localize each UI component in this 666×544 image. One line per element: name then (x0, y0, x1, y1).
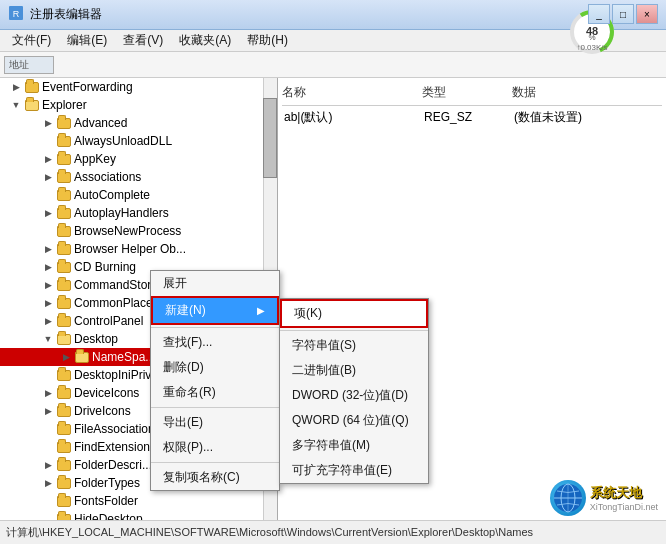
folder-icon (24, 80, 40, 94)
expand-icon: ▶ (40, 259, 56, 275)
expand-icon: ▶ (40, 115, 56, 131)
expand-icon: ▶ (40, 169, 56, 185)
expand-icon: ▼ (40, 331, 56, 347)
folder-icon (56, 494, 72, 508)
tree-label: AutoComplete (74, 188, 150, 202)
sub-ctx-multistring[interactable]: 多字符串值(M) (280, 433, 428, 458)
ctx-separator-1 (151, 327, 279, 328)
tree-item-appkey[interactable]: ▶ AppKey (0, 150, 277, 168)
ctx-delete[interactable]: 删除(D) (151, 355, 279, 380)
close-button[interactable]: × (636, 4, 658, 24)
tree-item-browsenewprocess[interactable]: ▶ BrowseNewProcess (0, 222, 277, 240)
tree-label: AppKey (74, 152, 116, 166)
expand-icon: ▶ (40, 457, 56, 473)
sub-ctx-string[interactable]: 字符串值(S) (280, 333, 428, 358)
menu-file[interactable]: 文件(F) (4, 30, 59, 51)
folder-icon (56, 134, 72, 148)
ctx-new[interactable]: 新建(N) ▶ (151, 296, 279, 325)
address-bar[interactable]: 地址 (4, 56, 54, 74)
sub-ctx-qword[interactable]: QWORD (64 位)值(Q) (280, 408, 428, 433)
tree-item-hidedesktop[interactable]: ▶ HideDesktop... (0, 510, 277, 520)
tree-item-autocomplete[interactable]: ▶ AutoComplete (0, 186, 277, 204)
tree-label: NameSpa... (92, 350, 155, 364)
tree-item-explorer[interactable]: ▼ Explorer (0, 96, 277, 114)
menu-view[interactable]: 查看(V) (115, 30, 171, 51)
watermark: 系统天地 XiTongTianDi.net (550, 480, 658, 516)
folder-icon (56, 152, 72, 166)
expand-icon: ▶ (8, 79, 24, 95)
status-bar: 计算机\HKEY_LOCAL_MACHINE\SOFTWARE\Microsof… (0, 520, 666, 544)
watermark-sub-text: XiTongTianDi.net (590, 502, 658, 512)
ctx-permissions[interactable]: 权限(P)... (151, 435, 279, 460)
tree-label: EventForwarding (42, 80, 133, 94)
tree-label: Browser Helper Ob... (74, 242, 186, 256)
tree-label: Desktop (74, 332, 118, 346)
tree-label: FolderDescri... (74, 458, 152, 472)
tree-item-fontsfolder[interactable]: ▶ FontsFolder (0, 492, 277, 510)
scrollbar-thumb[interactable] (263, 98, 277, 178)
expand-icon: ▶ (40, 277, 56, 293)
ctx-separator-2 (151, 407, 279, 408)
cpu-delta: ↑0.03K/s (576, 43, 607, 52)
tree-item-autoplayhandlers[interactable]: ▶ AutoplayHandlers (0, 204, 277, 222)
tree-item-alwaysunloaddll[interactable]: ▶ AlwaysUnloadDLL (0, 132, 277, 150)
sub-ctx-expandstring[interactable]: 可扩充字符串值(E) (280, 458, 428, 483)
expand-icon: ▶ (40, 205, 56, 221)
folder-icon (56, 386, 72, 400)
tree-item-browserhelperob[interactable]: ▶ Browser Helper Ob... (0, 240, 277, 258)
tree-label: BrowseNewProcess (74, 224, 181, 238)
expand-icon: ▼ (8, 97, 24, 113)
menu-edit[interactable]: 编辑(E) (59, 30, 115, 51)
tree-label: HideDesktop... (74, 512, 153, 520)
tree-label: CommandStore (74, 278, 158, 292)
title-bar-icon: R (8, 5, 24, 24)
tree-item-eventforwarding[interactable]: ▶ EventForwarding (0, 78, 277, 96)
folder-icon (56, 170, 72, 184)
folder-icon (56, 242, 72, 256)
sub-ctx-dword[interactable]: DWORD (32-位)值(D) (280, 383, 428, 408)
sub-ctx-binary[interactable]: 二进制值(B) (280, 358, 428, 383)
tree-label: AutoplayHandlers (74, 206, 169, 220)
ctx-export[interactable]: 导出(E) (151, 410, 279, 435)
tree-label: Advanced (74, 116, 127, 130)
window-controls: _ □ × (588, 4, 658, 24)
cell-type: REG_SZ (424, 110, 514, 124)
folder-icon (56, 422, 72, 436)
context-menu: 展开 新建(N) ▶ 查找(F)... 删除(D) 重命名(R) 导出(E) 权… (150, 270, 280, 491)
tree-item-associations[interactable]: ▶ Associations (0, 168, 277, 186)
watermark-main-text: 系统天地 (590, 484, 658, 502)
tree-label: CommonPlaces (74, 296, 159, 310)
menu-favorites[interactable]: 收藏夹(A) (171, 30, 239, 51)
registry-row[interactable]: ab|(默认) REG_SZ (数值未设置) (282, 108, 662, 126)
col-header-name: 名称 (282, 84, 422, 101)
tree-label: CD Burning (74, 260, 136, 274)
folder-icon (56, 458, 72, 472)
sub-context-menu: 项(K) 字符串值(S) 二进制值(B) DWORD (32-位)值(D) QW… (279, 298, 429, 484)
expand-icon: ▶ (40, 151, 56, 167)
folder-icon (56, 206, 72, 220)
ctx-find[interactable]: 查找(F)... (151, 330, 279, 355)
menu-help[interactable]: 帮助(H) (239, 30, 296, 51)
ctx-expand[interactable]: 展开 (151, 271, 279, 296)
minimize-button[interactable]: _ (588, 4, 610, 24)
folder-icon (56, 368, 72, 382)
folder-icon (56, 278, 72, 292)
tree-label: DriveIcons (74, 404, 131, 418)
folder-icon (56, 512, 72, 520)
tree-label: FindExtension... (74, 440, 160, 454)
sub-ctx-key[interactable]: 项(K) (280, 299, 428, 328)
maximize-button[interactable]: □ (612, 4, 634, 24)
ctx-copyname[interactable]: 复制项名称(C) (151, 465, 279, 490)
ctx-separator-3 (151, 462, 279, 463)
col-header-value: 数据 (512, 84, 662, 101)
watermark-text-container: 系统天地 XiTongTianDi.net (590, 484, 658, 512)
tree-label: AlwaysUnloadDLL (74, 134, 172, 148)
cell-value: (数值未设置) (514, 109, 660, 126)
folder-icon (56, 440, 72, 454)
tree-label: Explorer (42, 98, 87, 112)
folder-icon (56, 116, 72, 130)
expand-icon: ▶ (40, 475, 56, 491)
ctx-rename[interactable]: 重命名(R) (151, 380, 279, 405)
tree-item-advanced[interactable]: ▶ Advanced (0, 114, 277, 132)
folder-icon (56, 296, 72, 310)
